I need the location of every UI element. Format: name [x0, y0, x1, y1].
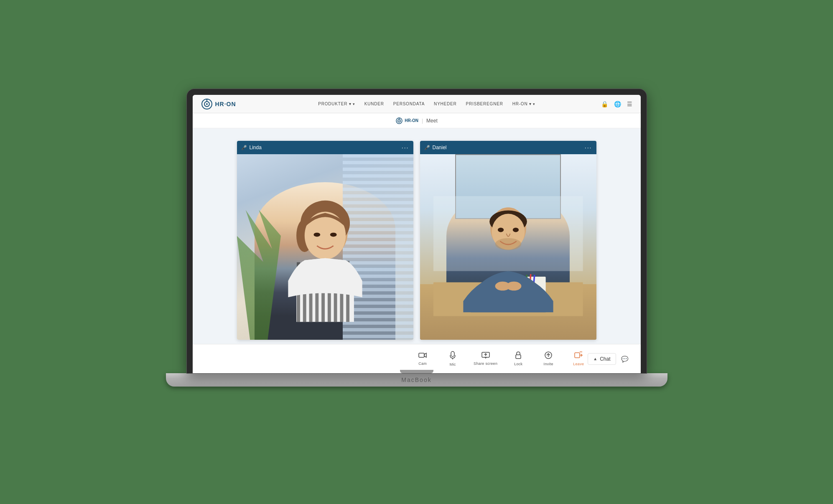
toolbar: Cam Mic	[193, 344, 641, 373]
meet-logo-text: HR-ON	[405, 118, 418, 123]
lock-icon[interactable]: 🔒	[601, 101, 608, 107]
meet-title: Meet	[426, 118, 438, 124]
nav-right: 🔒 🌐 ☰	[601, 101, 632, 107]
chat-chevron-icon: ▲	[593, 356, 597, 361]
mic-icon-linda: 🎤	[241, 145, 247, 150]
daniel-silhouette	[433, 173, 583, 340]
leave-button[interactable]: Leave	[569, 351, 588, 366]
nav-link-persondata[interactable]: PERSONDATA	[393, 102, 425, 106]
svg-point-13	[330, 233, 336, 237]
svg-point-2	[206, 103, 208, 105]
svg-rect-30	[451, 351, 454, 356]
nav-link-kunder[interactable]: KUNDER	[364, 102, 384, 106]
meet-header: HR-ON | Meet	[193, 113, 641, 128]
video-frame-linda	[237, 154, 413, 340]
lock-button[interactable]: Lock	[509, 351, 527, 366]
meet-logo: HR-ON	[395, 117, 418, 125]
hron-logo-icon	[201, 98, 213, 110]
svg-rect-29	[419, 353, 424, 357]
invite-label: Invite	[544, 362, 553, 366]
laptop-base: MacBook	[166, 373, 667, 387]
nav-link-produkter[interactable]: PRODUKTER ▾	[318, 102, 355, 106]
laptop-screen-outer: HR·ON PRODUKTER ▾ KUNDER PERSONDATA NYHE…	[187, 89, 647, 373]
chat-bubble-icon[interactable]: 💬	[621, 356, 628, 362]
svg-point-12	[313, 233, 320, 237]
leave-icon	[574, 351, 583, 361]
mic-icon-daniel: 🎤	[424, 145, 430, 150]
nav-links: PRODUKTER ▾ KUNDER PERSONDATA NYHEDER PR…	[253, 102, 601, 106]
options-dots-linda[interactable]: ···	[402, 144, 409, 151]
options-dots-daniel[interactable]: ···	[585, 144, 592, 151]
participant-name-daniel: 🎤 Daniel	[424, 145, 447, 150]
svg-point-26	[512, 228, 518, 232]
nav-link-hron[interactable]: HR-ON ▾	[512, 102, 535, 106]
video-card-daniel: 🎤 Daniel ···	[420, 141, 596, 340]
lock-label: Lock	[514, 362, 522, 366]
nav-link-nyheder[interactable]: NYHEDER	[434, 102, 457, 106]
video-card-linda: 🎤 Linda ···	[237, 141, 413, 340]
leave-label: Leave	[573, 362, 584, 366]
globe-icon[interactable]: 🌐	[614, 101, 621, 107]
macbook-label: MacBook	[401, 377, 431, 383]
invite-button[interactable]: Invite	[539, 351, 558, 366]
share-screen-icon	[481, 352, 490, 360]
menu-icon[interactable]: ☰	[627, 101, 632, 107]
video-header-daniel: 🎤 Daniel ···	[420, 141, 596, 154]
nav-link-prisberegner[interactable]: PRISBEREGNER	[466, 102, 503, 106]
toolbar-center: Cam Mic	[413, 351, 588, 367]
laptop-notch	[400, 370, 433, 373]
video-header-linda: 🎤 Linda ···	[237, 141, 413, 154]
lock-icon-toolbar	[515, 351, 521, 361]
svg-rect-36	[516, 355, 521, 359]
invite-icon	[545, 351, 552, 361]
linda-silhouette	[263, 173, 387, 340]
toolbar-right: ▲ Chat 💬	[588, 353, 628, 365]
chat-label: Chat	[600, 356, 610, 362]
nav-logo-text: HR·ON	[215, 101, 236, 107]
laptop-wrapper: HR·ON PRODUKTER ▾ KUNDER PERSONDATA NYHE…	[166, 89, 667, 415]
video-grid: 🎤 Linda ···	[237, 141, 596, 340]
meet-logo-icon	[395, 117, 403, 125]
mic-label: Mic	[450, 362, 456, 367]
svg-rect-39	[575, 353, 580, 358]
svg-point-25	[497, 228, 503, 232]
main-content: 🎤 Linda ···	[193, 128, 641, 344]
video-frame-daniel	[420, 154, 596, 340]
laptop-screen: HR·ON PRODUKTER ▾ KUNDER PERSONDATA NYHE…	[193, 95, 641, 373]
meet-divider: |	[422, 118, 423, 124]
cam-icon	[418, 352, 427, 360]
nav-bar: HR·ON PRODUKTER ▾ KUNDER PERSONDATA NYHE…	[193, 95, 641, 113]
svg-point-28	[506, 282, 521, 291]
cam-label: Cam	[418, 361, 427, 366]
chat-button[interactable]: ▲ Chat	[588, 353, 616, 365]
mic-icon	[450, 351, 456, 361]
participant-name-linda: 🎤 Linda	[241, 145, 262, 150]
mic-button[interactable]: Mic	[443, 351, 462, 367]
nav-logo[interactable]: HR·ON	[201, 98, 236, 110]
svg-point-6	[399, 120, 400, 121]
cam-button[interactable]: Cam	[413, 352, 432, 366]
share-screen-label: Share screen	[474, 361, 497, 366]
share-screen-button[interactable]: Share screen	[474, 352, 497, 366]
